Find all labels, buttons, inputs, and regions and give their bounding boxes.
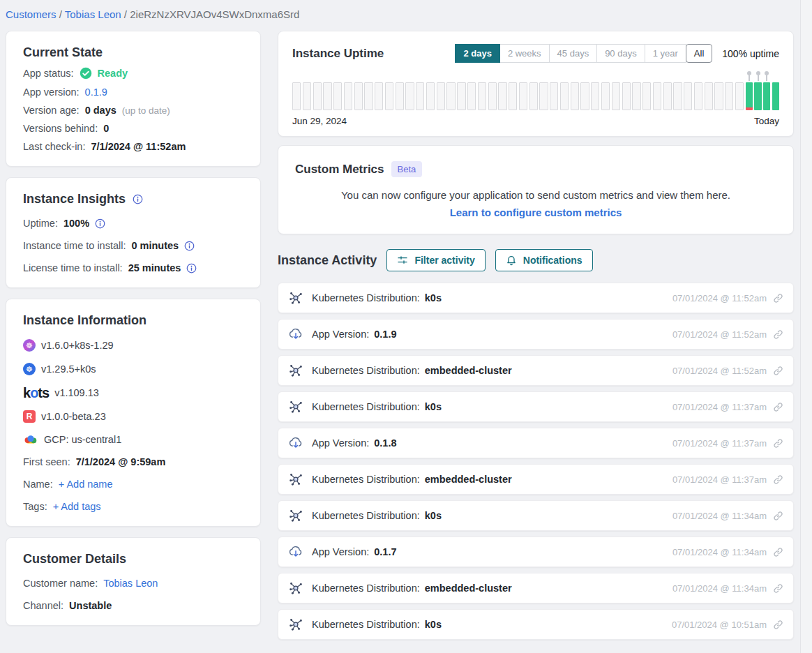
uptime-bar-empty[interactable]: [539, 82, 548, 110]
uptime-bar-empty[interactable]: [725, 82, 733, 110]
permalink-icon[interactable]: [773, 511, 783, 521]
activity-row[interactable]: App Version: 0.1.7 07/01/2024 @ 11:34am: [278, 536, 794, 567]
uptime-bar-empty[interactable]: [705, 82, 713, 110]
permalink-icon[interactable]: [773, 547, 783, 557]
uptime-bar-empty[interactable]: [694, 82, 702, 110]
uptime-end-label: Today: [754, 116, 779, 126]
uptime-bar-empty[interactable]: [333, 82, 342, 110]
uptime-bar-empty[interactable]: [488, 82, 497, 110]
permalink-icon[interactable]: [773, 293, 783, 303]
uptime-bar-empty[interactable]: [714, 82, 723, 110]
info-icon[interactable]: [186, 263, 197, 273]
uptime-bar-empty[interactable]: [426, 82, 435, 110]
uptime-bar-empty[interactable]: [292, 82, 301, 110]
activity-row[interactable]: Kubernetes Distribution: embedded-cluste…: [278, 573, 794, 603]
uptime-bar-empty[interactable]: [601, 82, 610, 110]
uptime-bar-empty[interactable]: [303, 82, 311, 110]
uptime-range-button[interactable]: All: [686, 44, 712, 63]
uptime-bar-empty[interactable]: [405, 82, 414, 110]
activity-value: k0s: [425, 619, 442, 630]
name-row: Name: + Add name: [23, 479, 243, 490]
uptime-bar-up[interactable]: [772, 82, 779, 110]
permalink-icon[interactable]: [773, 583, 783, 594]
uptime-bar-empty[interactable]: [313, 82, 322, 110]
uptime-bar-empty[interactable]: [375, 82, 383, 110]
activity-timestamp: 07/01/2024 @ 11:34am: [672, 547, 767, 557]
last-checkin-row: Last check-in: 7/1/2024 @ 11:52am: [23, 141, 243, 152]
uptime-bar-empty[interactable]: [560, 82, 569, 110]
permalink-icon[interactable]: [773, 438, 783, 449]
uptime-range-button[interactable]: 1 year: [645, 44, 686, 63]
uptime-bar-empty[interactable]: [364, 82, 373, 110]
uptime-bar-up[interactable]: [754, 82, 761, 110]
kubernetes-icon: [288, 363, 303, 378]
activity-row[interactable]: Kubernetes Distribution: k0s 07/01/2024 …: [278, 609, 794, 640]
uptime-bar-empty[interactable]: [519, 82, 527, 110]
activity-row[interactable]: App Version: 0.1.8 07/01/2024 @ 11:37am: [278, 428, 794, 458]
permalink-icon[interactable]: [773, 402, 783, 412]
uptime-bar-empty[interactable]: [416, 82, 424, 110]
uptime-bar-empty[interactable]: [550, 82, 558, 110]
uptime-bar-empty[interactable]: [735, 82, 744, 110]
uptime-bar-empty[interactable]: [509, 82, 517, 110]
uptime-bar-empty[interactable]: [385, 82, 393, 110]
uptime-bar-empty[interactable]: [580, 82, 589, 110]
uptime-bar-empty[interactable]: [396, 82, 404, 110]
version-row: ☸ v1.29.5+k0s: [23, 363, 243, 375]
customer-name-link[interactable]: Tobias Leon: [103, 578, 158, 589]
app-version-link[interactable]: 0.1.9: [85, 87, 107, 98]
info-icon[interactable]: [95, 218, 105, 229]
uptime-range-button[interactable]: 2 weeks: [499, 44, 550, 63]
add-tags-button[interactable]: + Add tags: [53, 501, 101, 512]
uptime-bar-up-with-incident[interactable]: [746, 82, 753, 110]
info-icon[interactable]: [184, 241, 195, 251]
uptime-range-button[interactable]: 2 days: [455, 44, 499, 63]
configure-metrics-link[interactable]: Learn to configure custom metrics: [450, 207, 622, 218]
uptime-bar-empty[interactable]: [467, 82, 476, 110]
uptime-bar-empty[interactable]: [591, 82, 599, 110]
uptime-bar-empty[interactable]: [612, 82, 620, 110]
uptime-bar-empty[interactable]: [529, 82, 538, 110]
customer-details-card: Customer Details Customer name: Tobias L…: [6, 537, 261, 626]
scrollbar-track[interactable]: [800, 0, 812, 653]
uptime-range-button[interactable]: 90 days: [596, 44, 645, 63]
uptime-bar-empty[interactable]: [344, 82, 352, 110]
uptime-bar-empty[interactable]: [354, 82, 363, 110]
add-name-button[interactable]: + Add name: [59, 479, 113, 490]
app-version-cloud-icon: [288, 326, 303, 342]
activity-label: Kubernetes Distribution:: [312, 292, 420, 303]
uptime-range-button[interactable]: 45 days: [549, 44, 598, 63]
uptime-bar-empty[interactable]: [684, 82, 692, 110]
uptime-bar-empty[interactable]: [323, 82, 331, 110]
uptime-bar-empty[interactable]: [498, 82, 506, 110]
uptime-bar-empty[interactable]: [642, 82, 651, 110]
uptime-bar-empty[interactable]: [457, 82, 465, 110]
uptime-bar-empty[interactable]: [663, 82, 672, 110]
activity-row[interactable]: Kubernetes Distribution: k0s 07/01/2024 …: [278, 500, 794, 531]
breadcrumb-item[interactable]: Tobias Leon: [59, 8, 121, 20]
activity-value: 0.1.8: [374, 437, 396, 449]
uptime-bar-empty[interactable]: [673, 82, 682, 110]
permalink-icon[interactable]: [773, 474, 783, 485]
activity-row[interactable]: Kubernetes Distribution: embedded-cluste…: [278, 464, 794, 495]
breadcrumb-item[interactable]: Customers: [6, 8, 57, 20]
notifications-button[interactable]: Notifications: [495, 249, 593, 271]
activity-row[interactable]: Kubernetes Distribution: k0s 07/01/2024 …: [278, 391, 794, 422]
uptime-bar-empty[interactable]: [571, 82, 579, 110]
permalink-icon[interactable]: [773, 366, 783, 376]
activity-row[interactable]: Kubernetes Distribution: k0s 07/01/2024 …: [278, 283, 794, 313]
uptime-bar-empty[interactable]: [653, 82, 661, 110]
activity-timestamp: 07/01/2024 @ 11:34am: [672, 583, 767, 594]
permalink-icon[interactable]: [773, 329, 783, 340]
activity-row[interactable]: App Version: 0.1.9 07/01/2024 @ 11:52am: [278, 319, 794, 350]
uptime-bar-empty[interactable]: [437, 82, 445, 110]
uptime-bar-empty[interactable]: [478, 82, 486, 110]
filter-activity-button[interactable]: Filter activity: [386, 249, 485, 271]
uptime-bar-empty[interactable]: [622, 82, 631, 110]
uptime-bar-empty[interactable]: [446, 82, 455, 110]
uptime-bar-up[interactable]: [763, 82, 770, 110]
activity-row[interactable]: Kubernetes Distribution: embedded-cluste…: [278, 355, 794, 386]
info-icon[interactable]: [133, 194, 143, 204]
permalink-icon[interactable]: [773, 620, 783, 630]
uptime-bar-empty[interactable]: [632, 82, 640, 110]
